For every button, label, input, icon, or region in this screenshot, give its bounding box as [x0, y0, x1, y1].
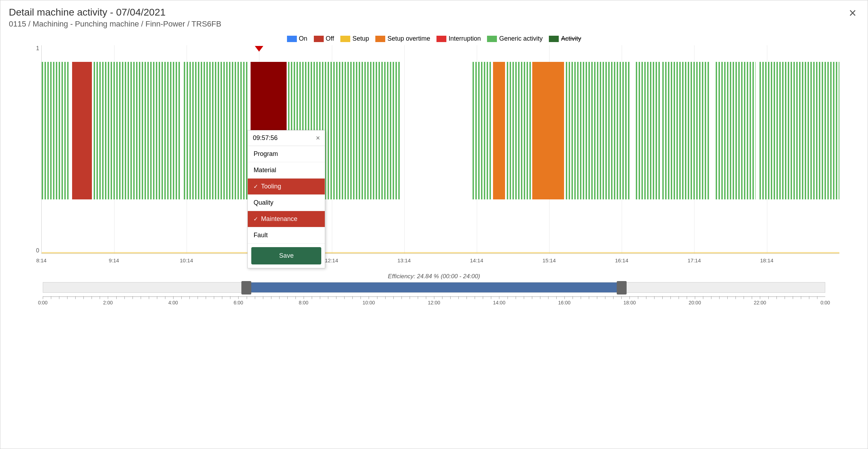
time-label-6: 12:00 — [428, 300, 440, 305]
time-label-7: 14:00 — [493, 300, 505, 305]
legend-interruption: Interruption — [436, 35, 481, 42]
time-label-5: 10:00 — [363, 300, 375, 305]
close-button[interactable]: × — [846, 7, 859, 19]
time-label-9: 18:00 — [623, 300, 636, 305]
slider-track[interactable] — [43, 282, 825, 293]
time-label-2: 4:00 — [168, 300, 178, 305]
legend-on-color — [287, 36, 297, 42]
popup-item-program-label: Program — [253, 150, 278, 158]
marker-arrow — [255, 46, 263, 52]
efficiency-label: Efficiency: 24.84 % (00:00 - 24:00) — [0, 273, 868, 280]
x-label-8: 16:14 — [615, 257, 628, 263]
activity-block-7 — [566, 62, 630, 199]
x-axis: 8:14 9:14 10:14 11:14 12:14 13:14 14:14 … — [41, 257, 839, 272]
x-label-2: 10:14 — [180, 257, 193, 263]
legend-activity-label: Activity — [561, 35, 581, 42]
popup-close-button[interactable]: × — [316, 134, 320, 142]
off-block-1 — [72, 62, 92, 199]
legend-generic-color — [487, 36, 497, 42]
legend-activity: Activity — [549, 35, 581, 42]
legend-interruption-color — [436, 36, 446, 42]
setup-overtime-1 — [493, 62, 505, 199]
time-label-4: 8:00 — [299, 300, 308, 305]
popup-item-tooling-check: ✓ — [253, 183, 258, 190]
activity-block-6 — [507, 62, 531, 199]
time-label-3: 6:00 — [234, 300, 243, 305]
dialog: Detail machine activity - 07/04/2021 011… — [0, 0, 868, 449]
x-label-4: 12:14 — [325, 257, 338, 263]
time-axis: 0:00 2:00 4:00 6:00 8:00 10:00 12:00 14:… — [43, 296, 825, 317]
legend-setup: Setup — [340, 35, 369, 42]
legend-interruption-label: Interruption — [448, 35, 481, 42]
x-label-9: 17:14 — [687, 257, 701, 263]
activity-block-8 — [636, 62, 660, 199]
popup-item-quality[interactable]: Quality — [248, 195, 325, 211]
legend-off-label: Off — [326, 35, 334, 42]
grid-line-5 — [404, 45, 405, 253]
time-label-1: 2:00 — [103, 300, 113, 305]
y-label-1: 1 — [36, 45, 39, 52]
popup-item-fault-label: Fault — [253, 232, 268, 239]
chart-area: 1 0 — [29, 45, 839, 272]
legend-setup-overtime-color — [375, 36, 385, 42]
legend: On Off Setup Setup overtime Interruption… — [0, 31, 868, 45]
legend-on: On — [287, 35, 307, 42]
time-label-11: 22:00 — [754, 300, 766, 305]
popup-header: 09:57:56 × — [248, 130, 325, 146]
time-label-12: 0:00 — [820, 300, 830, 305]
popup-item-material[interactable]: Material — [248, 162, 325, 179]
y-axis: 1 0 — [29, 45, 41, 254]
x-label-1: 9:14 — [109, 257, 119, 263]
title-text: Detail machine activity - 07/04/2021 011… — [9, 7, 221, 29]
activity-block-11 — [760, 62, 839, 199]
legend-on-label: On — [299, 35, 307, 42]
legend-off-color — [314, 36, 324, 42]
popup-item-maintenance-label: Maintenance — [261, 215, 297, 223]
popup-time: 09:57:56 — [253, 134, 277, 142]
legend-setup-label: Setup — [352, 35, 369, 42]
minor-ticks — [43, 296, 825, 299]
y-label-0: 0 — [36, 247, 39, 254]
activity-block-5 — [473, 62, 492, 199]
baseline-bar — [42, 252, 839, 253]
popup-item-tooling[interactable]: ✓ Tooling — [248, 179, 325, 195]
slider-fill — [246, 282, 622, 292]
popup-item-fault[interactable]: Fault — [248, 227, 325, 244]
activity-block-9 — [662, 62, 710, 199]
slider-section — [43, 282, 825, 293]
x-label-5: 13:14 — [397, 257, 411, 263]
legend-setup-color — [340, 36, 350, 42]
x-label-0: 8:14 — [36, 257, 46, 263]
legend-off: Off — [314, 35, 334, 42]
popup-item-program[interactable]: Program — [248, 146, 325, 162]
popup: 09:57:56 × Program Material ✓ Tooling Qu… — [247, 130, 325, 268]
legend-activity-color — [549, 36, 559, 42]
activity-block-10 — [716, 62, 756, 199]
activity-block-2 — [94, 62, 181, 199]
legend-setup-overtime: Setup overtime — [375, 35, 430, 42]
title-sub: 0115 / Machining - Punching machine / Fi… — [9, 19, 221, 29]
time-label-8: 16:00 — [558, 300, 570, 305]
popup-item-tooling-label: Tooling — [261, 183, 281, 190]
legend-generic: Generic activity — [487, 35, 542, 42]
chart-inner[interactable] — [41, 45, 839, 254]
title-bar: Detail machine activity - 07/04/2021 011… — [0, 0, 868, 31]
save-button[interactable]: Save — [251, 247, 321, 264]
x-label-7: 15:14 — [542, 257, 556, 263]
legend-setup-overtime-label: Setup overtime — [387, 35, 430, 42]
activity-block-3 — [184, 62, 248, 199]
slider-handle-right[interactable] — [617, 281, 627, 295]
activity-block-1 — [42, 62, 70, 199]
setup-overtime-2 — [532, 62, 564, 199]
title-main: Detail machine activity - 07/04/2021 — [9, 7, 221, 18]
x-label-6: 14:14 — [470, 257, 483, 263]
popup-item-maintenance[interactable]: ✓ Maintenance — [248, 211, 325, 227]
popup-item-material-label: Material — [253, 167, 276, 174]
time-label-10: 20:00 — [688, 300, 701, 305]
popup-item-maintenance-check: ✓ — [253, 216, 258, 222]
x-label-10: 18:14 — [760, 257, 774, 263]
slider-handle-left[interactable] — [241, 281, 251, 295]
popup-item-quality-label: Quality — [253, 199, 273, 206]
efficiency-text: Efficiency: 24.84 % (00:00 - 24:00) — [388, 273, 480, 280]
time-label-0: 0:00 — [38, 300, 47, 305]
